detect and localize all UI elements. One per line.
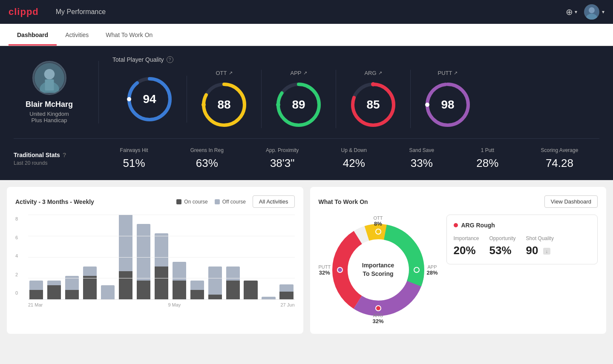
bar-off-course	[119, 215, 132, 271]
user-chevron-icon: ▾	[602, 9, 604, 15]
chart-legend: On course Off course	[176, 199, 246, 205]
stat-items: Fairways Hit 51% Greens In Reg 63% App. …	[99, 147, 599, 170]
bar-off-course	[208, 267, 222, 295]
svg-point-30	[337, 267, 342, 272]
hero-top: Blair McHarg United Kingdom Plus Handica…	[14, 56, 599, 139]
bar-group	[225, 215, 241, 299]
bar-stack	[119, 215, 132, 299]
bar-stack	[101, 285, 115, 299]
red-dot-icon	[454, 223, 458, 227]
stat-fairways-hit: Fairways Hit 51%	[120, 147, 148, 170]
arg-score-item: ARG↗ 85	[336, 70, 411, 128]
stat-greens-in-reg: Greens In Reg 63%	[190, 147, 224, 170]
user-menu[interactable]: ▾	[584, 4, 604, 20]
app-ring: 89	[275, 81, 322, 128]
svg-point-15	[276, 103, 280, 107]
activity-chart-title: Activity - 3 Months - Weekly	[15, 198, 94, 205]
stat-scoring-average: Scoring Average 74.28	[541, 147, 578, 170]
bar-off-course	[83, 267, 97, 276]
bar-on-course	[155, 267, 168, 299]
bar-group	[261, 215, 277, 299]
detail-card: ARG Rough Importance 20% Opportunity 53%…	[446, 215, 598, 264]
player-country: United Kingdom	[29, 111, 69, 117]
bar-stack	[279, 284, 293, 299]
svg-point-12	[201, 103, 206, 107]
nav-tabs: Dashboard Activities What To Work On	[0, 24, 613, 46]
ott-label: OTT↗	[216, 70, 233, 76]
bar-stack	[208, 267, 222, 299]
info-icon: ?	[167, 56, 173, 63]
bar-on-course	[137, 281, 150, 299]
bar-on-course	[83, 276, 97, 299]
putt-score-value: 98	[441, 98, 454, 112]
player-handicap: Plus Handicap	[32, 117, 67, 123]
importance-metric: Importance 20%	[454, 235, 479, 257]
stat-one-putt: 1 Putt 28%	[476, 147, 498, 170]
scores-row: 94 OTT↗ 88	[112, 70, 599, 128]
bar-stack	[155, 233, 168, 299]
app-score-value: 89	[292, 98, 305, 112]
bar-stack	[65, 276, 79, 299]
bar-off-course	[279, 284, 293, 292]
bar-on-course	[279, 292, 293, 299]
bar-on-course	[173, 281, 186, 299]
stat-up-down: Up & Down 42%	[341, 147, 367, 170]
view-dashboard-button[interactable]: View Dashboard	[544, 195, 598, 208]
putt-score-item: PUTT↗ 98	[411, 70, 485, 128]
main-score-item: 94	[112, 76, 187, 123]
bar-on-course	[226, 281, 240, 299]
bar-group	[243, 215, 259, 299]
all-activities-button[interactable]: All Activities	[253, 195, 295, 208]
svg-rect-6	[45, 80, 54, 91]
bar-stack	[83, 267, 97, 299]
bar-stack	[137, 224, 150, 299]
app-score-item: APP↗ 89	[262, 70, 336, 128]
bar-group	[100, 215, 116, 299]
ott-score-item: OTT↗ 88	[187, 70, 262, 128]
wtwo-donut-section: ImportanceTo Scoring OTT 8% APP 28% AR	[319, 215, 438, 325]
ott-donut-label: OTT 8%	[374, 215, 383, 227]
tab-what-to-work-on[interactable]: What To Work On	[97, 24, 161, 46]
arg-donut-label: ARG 32%	[372, 313, 383, 324]
add-chevron: ▾	[575, 9, 577, 15]
bar-on-course	[65, 290, 79, 299]
wtwo-panel: What To Work On View Dashboard	[310, 187, 607, 334]
bar-group	[135, 215, 152, 299]
stats-info-icon: ?	[63, 152, 66, 158]
main-score-value: 94	[143, 92, 156, 106]
off-course-dot	[215, 199, 220, 204]
on-course-dot	[176, 199, 181, 204]
arg-label: ARG↗	[364, 70, 382, 76]
detail-card-title: ARG Rough	[454, 222, 591, 229]
header-title: My Performance	[56, 8, 106, 16]
bar-off-course	[47, 281, 61, 285]
stats-subtitle: Last 20 rounds	[14, 160, 85, 166]
stat-sand-save: Sand Save 33%	[409, 147, 434, 170]
bar-stack	[244, 281, 257, 299]
svg-point-18	[371, 82, 375, 86]
bar-group	[28, 215, 44, 299]
tab-activities[interactable]: Activities	[57, 24, 97, 46]
bar-group	[189, 215, 205, 299]
stats-label-section: Traditional Stats ? Last 20 rounds	[14, 152, 99, 166]
bar-stack	[226, 267, 240, 299]
bar-on-course	[208, 295, 222, 299]
activity-controls: On course Off course All Activities	[176, 195, 294, 208]
bar-on-course	[190, 290, 204, 299]
bar-off-course	[101, 285, 115, 299]
detail-metrics: Importance 20% Opportunity 53% Shot Qual…	[454, 235, 591, 257]
bars-area	[28, 215, 295, 300]
wtwo-content: ImportanceTo Scoring OTT 8% APP 28% AR	[319, 215, 598, 325]
tab-dashboard[interactable]: Dashboard	[9, 24, 57, 46]
bar-off-course	[262, 297, 275, 299]
bar-group	[82, 215, 98, 299]
bar-group	[46, 215, 62, 299]
add-button[interactable]: ⊕ ▾	[566, 7, 577, 17]
quality-section: Total Player Quality ? 94	[99, 56, 599, 128]
bar-group	[153, 215, 170, 299]
opportunity-metric: Opportunity 53%	[489, 235, 516, 257]
putt-donut-label: PUTT 32%	[319, 264, 331, 276]
bar-off-course	[155, 233, 168, 266]
putt-ring: 98	[424, 81, 471, 128]
bar-group	[207, 215, 223, 299]
